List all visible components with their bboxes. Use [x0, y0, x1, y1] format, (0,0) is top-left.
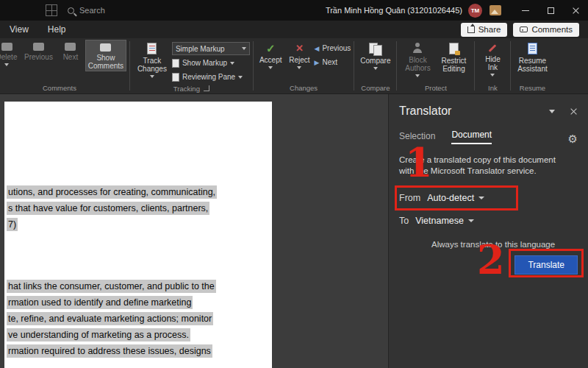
- pane-menu-icon[interactable]: [549, 110, 555, 113]
- word-window: Search Trần Minh Hồng Quân (31201026445)…: [0, 0, 588, 368]
- tab-view[interactable]: View: [0, 24, 38, 35]
- comments-label: Comments: [531, 25, 573, 34]
- chevron-down-icon: [297, 66, 301, 69]
- previous-change-button[interactable]: Previous: [314, 42, 351, 54]
- search-bar[interactable]: Search: [68, 6, 105, 15]
- share-button[interactable]: Share: [461, 23, 508, 37]
- group-label-ink: Ink: [478, 82, 507, 93]
- chevron-down-icon: [490, 74, 495, 77]
- gear-icon[interactable]: [568, 133, 578, 144]
- chevron-down-icon: [373, 67, 378, 70]
- next-change-button[interactable]: Next: [314, 56, 351, 68]
- accept-button[interactable]: Accept: [257, 40, 285, 70]
- minimize-icon: [522, 10, 529, 11]
- to-label: To: [399, 216, 409, 226]
- reject-button[interactable]: Reject: [285, 40, 313, 70]
- next-comment-button[interactable]: Next: [57, 40, 85, 62]
- group-label-protect: Protect: [400, 82, 471, 93]
- annotation-step-1: 1: [405, 143, 433, 183]
- paragraph-1: utions, and processes for creating, comm…: [7, 184, 268, 233]
- to-language-dropdown[interactable]: Vietnamese: [415, 216, 474, 226]
- annotation-step-2: 2: [477, 240, 505, 280]
- hide-ink-button[interactable]: Hide Ink: [478, 40, 507, 77]
- next-comment-icon: [65, 43, 76, 51]
- track-changes-icon: [147, 43, 157, 54]
- chevron-down-icon: [468, 219, 474, 222]
- previous-change-icon: [314, 44, 319, 52]
- dialog-launcher-icon[interactable]: [204, 85, 209, 91]
- group-ink: Hide Ink Ink: [475, 38, 510, 93]
- compare-icon: [369, 43, 381, 54]
- highlighted-text[interactable]: te, refine, and evaluate marketing actio…: [7, 312, 213, 325]
- media-icon[interactable]: [490, 5, 501, 15]
- chevron-down-icon: [150, 75, 154, 78]
- track-changes-button[interactable]: Track Changes: [133, 40, 171, 79]
- app-icon[interactable]: [46, 4, 57, 16]
- resume-assistant-button[interactable]: Resume Assistant: [514, 40, 551, 74]
- restore-icon: [548, 7, 554, 14]
- reviewing-pane-icon: [172, 73, 179, 82]
- group-tracking: Track Changes Simple Markup Show Markup: [130, 38, 253, 93]
- restore-button[interactable]: [538, 0, 563, 21]
- avatar[interactable]: TM: [468, 4, 482, 18]
- compare-button[interactable]: Compare: [357, 40, 393, 71]
- main-area: utions, and processes for creating, comm…: [0, 94, 588, 368]
- document-canvas: utions, and processes for creating, comm…: [0, 94, 388, 368]
- resume-assistant-icon: [528, 43, 537, 54]
- reject-icon: [295, 43, 304, 54]
- search-icon: [68, 7, 74, 14]
- close-icon: [572, 7, 580, 15]
- tab-document[interactable]: Document: [451, 130, 492, 144]
- highlighted-text[interactable]: ve understanding of marketing as a proce…: [7, 328, 190, 342]
- to-language-row: To Vietnamese: [399, 216, 578, 226]
- previous-comment-button[interactable]: Previous: [21, 40, 56, 62]
- search-placeholder: Search: [79, 6, 105, 15]
- menubar-actions: Share Comments: [461, 23, 579, 37]
- reviewing-pane-button[interactable]: Reviewing Pane: [172, 71, 250, 83]
- group-label-resume: Resume: [514, 82, 551, 93]
- group-changes: Accept Reject Previous Next: [254, 38, 354, 93]
- paragraph-2: hat links the consumer, customer, and pu…: [7, 278, 268, 359]
- chevron-down-icon: [415, 74, 420, 77]
- pane-close-icon[interactable]: [570, 107, 578, 116]
- highlighted-text[interactable]: 7): [7, 218, 18, 231]
- tab-help[interactable]: Help: [38, 24, 76, 35]
- accept-icon: [266, 43, 276, 54]
- markup-mode-select[interactable]: Simple Markup: [172, 42, 250, 55]
- restrict-editing-button[interactable]: Restrict Editing: [436, 40, 471, 74]
- highlighted-text[interactable]: utions, and processes for creating, comm…: [7, 185, 217, 199]
- translator-header: Translator: [399, 105, 578, 118]
- close-button[interactable]: [563, 0, 588, 21]
- restrict-editing-icon: [449, 43, 459, 54]
- show-markup-icon: [172, 59, 179, 68]
- annotation-box-from: [395, 185, 518, 210]
- delete-comment-icon: [1, 43, 12, 51]
- group-comments: Delete Previous Next Show Comments Comme…: [0, 38, 129, 93]
- chevron-down-icon: [268, 66, 273, 69]
- next-change-icon: [314, 58, 319, 66]
- group-label-compare: Compare: [357, 82, 393, 93]
- highlighted-text[interactable]: rmation required to address these issues…: [7, 344, 212, 358]
- document-page[interactable]: utions, and processes for creating, comm…: [4, 102, 272, 368]
- group-label-comments: Comments: [0, 82, 126, 93]
- highlighted-text[interactable]: rmation used to identify and define mark…: [7, 296, 193, 309]
- chevron-down-icon: [242, 47, 246, 50]
- titlebar-right: Trần Minh Hồng Quân (31201026445) TM: [326, 0, 588, 21]
- group-label-tracking: Tracking: [133, 83, 250, 93]
- comments-button[interactable]: Comments: [513, 23, 579, 37]
- minimize-button[interactable]: [513, 0, 538, 21]
- hide-ink-icon: [487, 43, 498, 53]
- group-compare: Compare Compare: [354, 38, 396, 93]
- group-protect: Block Authors Restrict Editing Protect: [397, 38, 474, 93]
- show-comments-button[interactable]: Show Comments: [85, 40, 126, 71]
- delete-comment-button[interactable]: Delete: [0, 40, 21, 67]
- previous-comment-icon: [33, 43, 44, 51]
- titlebar: Search Trần Minh Hồng Quân (31201026445)…: [0, 0, 588, 21]
- group-label-changes: Changes: [257, 82, 351, 93]
- block-authors-button[interactable]: Block Authors: [400, 40, 435, 78]
- show-comments-icon: [100, 43, 111, 52]
- show-markup-button[interactable]: Show Markup: [172, 57, 250, 69]
- highlighted-text[interactable]: s that have value for customers, clients…: [7, 202, 209, 215]
- chevron-down-icon: [230, 62, 234, 65]
- highlighted-text[interactable]: hat links the consumer, customer, and pu…: [7, 280, 216, 293]
